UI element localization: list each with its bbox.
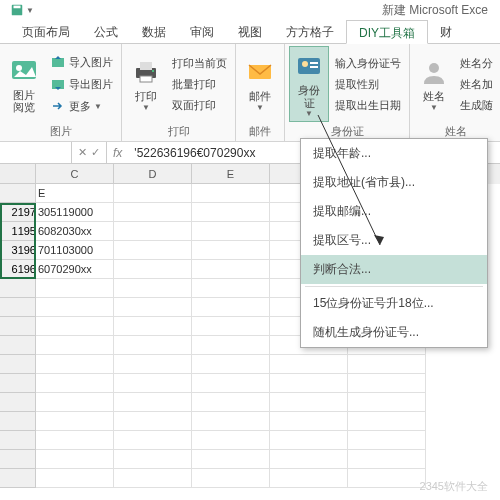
- chevron-down-icon: ▼: [26, 6, 34, 15]
- chevron-down-icon: ▼: [430, 103, 438, 112]
- image-preview-button[interactable]: 图片 阅览: [4, 46, 44, 122]
- col-header[interactable]: C: [36, 164, 114, 184]
- duplex-print-button[interactable]: 双面打印: [168, 96, 231, 115]
- group-image: 图片 阅览 导入图片 导出图片 更多▼ 图片: [0, 44, 122, 141]
- fx-confirm-icon[interactable]: ✓: [91, 146, 100, 159]
- dd-extract-address[interactable]: 提取地址(省市县)...: [301, 168, 487, 197]
- dd-extract-area-code[interactable]: 提取区号...: [301, 226, 487, 255]
- dd-extract-age[interactable]: 提取年龄...: [301, 139, 487, 168]
- arrow-icon: [50, 98, 66, 114]
- input-id-button[interactable]: 输入身份证号: [331, 54, 405, 73]
- tab-formulas[interactable]: 公式: [82, 20, 130, 43]
- separator: [305, 286, 483, 287]
- cell[interactable]: 305119000: [36, 203, 114, 222]
- name-button[interactable]: 姓名 ▼: [414, 46, 454, 122]
- group-print: 打印 ▼ 打印当前页 批量打印 双面打印 打印: [122, 44, 236, 141]
- dd-random-id[interactable]: 随机生成身份证号...: [301, 318, 487, 347]
- name-split-button[interactable]: 姓名分: [456, 54, 497, 73]
- titlebar: ▼ 新建 Microsoft Exce: [0, 0, 500, 20]
- import-icon: [50, 54, 66, 70]
- chevron-down-icon: ▼: [142, 103, 150, 112]
- name-label: 姓名: [423, 90, 445, 102]
- tab-page-layout[interactable]: 页面布局: [10, 20, 82, 43]
- print-button[interactable]: 打印 ▼: [126, 46, 166, 122]
- image-preview-label: 图片 阅览: [13, 89, 35, 113]
- name-random-button[interactable]: 生成随: [456, 96, 497, 115]
- group-mail-label: 邮件: [240, 122, 280, 141]
- dd-extract-postcode[interactable]: 提取邮编...: [301, 197, 487, 226]
- ribbon-tabs: 页面布局 公式 数据 审阅 视图 方方格子 DIY工具箱 财: [0, 20, 500, 44]
- cell[interactable]: E: [36, 184, 114, 203]
- tab-review[interactable]: 审阅: [178, 20, 226, 43]
- print-current-button[interactable]: 打印当前页: [168, 54, 231, 73]
- group-image-label: 图片: [4, 122, 117, 141]
- tab-fangfang[interactable]: 方方格子: [274, 20, 346, 43]
- mail-icon: [244, 56, 276, 88]
- export-icon: [50, 76, 66, 92]
- batch-print-button[interactable]: 批量打印: [168, 75, 231, 94]
- svg-rect-4: [52, 58, 64, 67]
- cell-partial: 3196: [0, 241, 36, 260]
- cell-partial: 6196: [0, 260, 36, 279]
- name-box[interactable]: [0, 142, 72, 163]
- import-image-button[interactable]: 导入图片: [46, 52, 117, 72]
- name-add-button[interactable]: 姓名加: [456, 75, 497, 94]
- chevron-down-icon: ▼: [305, 109, 313, 118]
- more-image-button[interactable]: 更多▼: [46, 96, 117, 116]
- dd-validate[interactable]: 判断合法...: [301, 255, 487, 284]
- mail-label: 邮件: [249, 90, 271, 102]
- cell[interactable]: 6082030xx: [36, 222, 114, 241]
- chevron-down-icon: ▼: [256, 103, 264, 112]
- qat-save[interactable]: ▼: [6, 1, 38, 19]
- svg-rect-14: [310, 66, 318, 68]
- tab-finance[interactable]: 财: [428, 20, 464, 43]
- window-title: 新建 Microsoft Exce: [38, 2, 494, 19]
- cell[interactable]: 701103000: [36, 241, 114, 260]
- mail-button[interactable]: 邮件 ▼: [240, 46, 280, 122]
- watermark: 2345软件大全: [420, 479, 488, 494]
- fx-cancel-icon[interactable]: ✕: [78, 146, 87, 159]
- group-print-label: 打印: [126, 122, 231, 141]
- fx-icon[interactable]: fx: [107, 146, 128, 160]
- idcard-icon: [293, 50, 325, 82]
- cell[interactable]: 6070290xx: [36, 260, 114, 279]
- svg-point-12: [302, 61, 308, 67]
- cell-partial: 2197: [0, 203, 36, 222]
- tab-diy-toolbox[interactable]: DIY工具箱: [346, 20, 428, 44]
- group-mail: 邮件 ▼ 邮件: [236, 44, 285, 141]
- extract-dob-button[interactable]: 提取出生日期: [331, 96, 405, 115]
- image-icon: [8, 55, 40, 87]
- svg-rect-8: [140, 76, 152, 82]
- col-header[interactable]: D: [114, 164, 192, 184]
- ribbon: 图片 阅览 导入图片 导出图片 更多▼ 图片 打印 ▼ 打印当前页 批量打印 双…: [0, 44, 500, 142]
- person-icon: [418, 56, 450, 88]
- svg-point-9: [152, 70, 154, 72]
- export-image-button[interactable]: 导出图片: [46, 74, 117, 94]
- printer-icon: [130, 56, 162, 88]
- group-name: 姓名 ▼ 姓名分 姓名加 生成随 姓名: [410, 44, 500, 141]
- dd-upgrade-18[interactable]: 15位身份证号升18位...: [301, 289, 487, 318]
- svg-rect-1: [14, 6, 21, 9]
- row-header[interactable]: [0, 184, 36, 203]
- extract-gender-button[interactable]: 提取性别: [331, 75, 405, 94]
- svg-point-3: [16, 65, 22, 71]
- idcard-dropdown: 提取年龄... 提取地址(省市县)... 提取邮编... 提取区号... 判断合…: [300, 138, 488, 348]
- svg-rect-7: [140, 62, 152, 70]
- group-idcard: 身份 证 ▼ 输入身份证号 提取性别 提取出生日期 身份证: [285, 44, 410, 141]
- select-all-corner[interactable]: [0, 164, 36, 184]
- cell-partial: 1195: [0, 222, 36, 241]
- svg-point-15: [429, 63, 439, 73]
- tab-view[interactable]: 视图: [226, 20, 274, 43]
- idcard-label: 身份 证: [298, 84, 320, 108]
- col-header[interactable]: E: [192, 164, 270, 184]
- tab-data[interactable]: 数据: [130, 20, 178, 43]
- svg-rect-13: [310, 62, 318, 64]
- idcard-button[interactable]: 身份 证 ▼: [289, 46, 329, 122]
- print-label: 打印: [135, 90, 157, 102]
- chevron-down-icon: ▼: [94, 102, 102, 111]
